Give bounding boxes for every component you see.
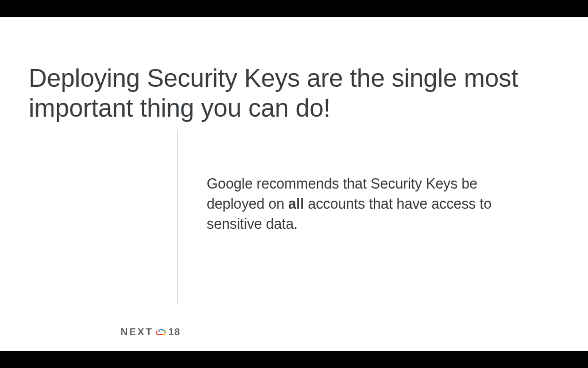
footer-year-suffix: 18 <box>168 327 180 338</box>
slide-body-text: Google recommends that Security Keys be … <box>207 174 505 234</box>
slide-title: Deploying Security Keys are the single m… <box>29 63 554 123</box>
footer-logo: NEXT 18 <box>121 327 180 338</box>
presentation-slide: Deploying Security Keys are the single m… <box>0 17 588 351</box>
vertical-divider <box>177 131 177 304</box>
body-text-bold: all <box>288 195 304 212</box>
google-cloud-icon <box>156 328 166 336</box>
footer-brand-text: NEXT <box>121 327 153 338</box>
